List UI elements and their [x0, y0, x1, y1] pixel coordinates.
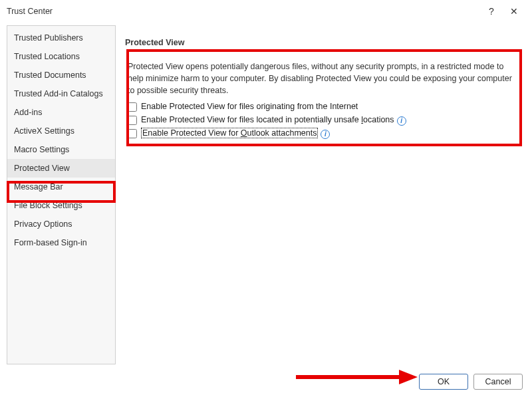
help-button[interactable]: ?: [480, 2, 503, 21]
info-icon[interactable]: i: [397, 116, 406, 126]
protected-view-panel: Protected View opens potentially dangero…: [125, 55, 525, 148]
sidebar-item-message-bar[interactable]: Message Bar: [7, 178, 115, 196]
panel-description: Protected View opens potentially dangero…: [128, 61, 516, 96]
sidebar-item-macro-settings[interactable]: Macro Settings: [7, 140, 115, 159]
help-icon: ?: [489, 6, 494, 17]
page-title: Protected View: [125, 25, 525, 47]
button-label: OK: [438, 377, 450, 386]
window-title: Trust Center: [7, 7, 480, 16]
checkbox-row-outlook-attachments[interactable]: Enable Protected View for Outlook attach…: [128, 128, 519, 138]
sidebar-item-trusted-documents[interactable]: Trusted Documents: [7, 66, 115, 84]
sidebar-item-protected-view[interactable]: Protected View: [7, 159, 115, 178]
info-icon[interactable]: i: [321, 130, 330, 139]
sidebar-item-label: Protected View: [14, 164, 70, 173]
close-icon: ✕: [510, 6, 518, 17]
sidebar-item-file-block-settings[interactable]: File Block Settings: [7, 196, 115, 215]
sidebar-item-label: Trusted Publishers: [14, 33, 83, 43]
checkbox-internet[interactable]: [128, 102, 137, 112]
sidebar-item-label: Form-based Sign-in: [14, 238, 87, 247]
sidebar: Trusted Publishers Trusted Locations Tru…: [7, 25, 116, 364]
checkbox-row-internet[interactable]: Enable Protected View for files originat…: [128, 102, 519, 112]
checkbox-outlook-attachments[interactable]: [128, 129, 137, 138]
sidebar-item-label: Trusted Add-in Catalogs: [14, 89, 103, 98]
sidebar-item-label: Trusted Locations: [14, 52, 80, 61]
sidebar-item-trusted-publishers[interactable]: Trusted Publishers: [7, 29, 115, 47]
sidebar-item-activex-settings[interactable]: ActiveX Settings: [7, 122, 115, 140]
checkbox-row-unsafe-locations[interactable]: Enable Protected View for files located …: [128, 115, 519, 125]
sidebar-item-label: Trusted Documents: [14, 70, 86, 80]
sidebar-item-privacy-options[interactable]: Privacy Options: [7, 215, 115, 233]
sidebar-item-label: Privacy Options: [14, 219, 72, 229]
sidebar-item-label: Message Bar: [14, 182, 63, 192]
sidebar-item-trusted-locations[interactable]: Trusted Locations: [7, 47, 115, 66]
sidebar-item-addins[interactable]: Add-ins: [7, 103, 115, 122]
checkbox-label: Enable Protected View for files located …: [141, 115, 394, 124]
checkbox-label: Enable Protected View for Outlook attach…: [141, 128, 318, 138]
sidebar-item-label: File Block Settings: [14, 201, 82, 210]
sidebar-item-label: Add-ins: [14, 108, 42, 117]
sidebar-item-trusted-addin-catalogs[interactable]: Trusted Add-in Catalogs: [7, 84, 115, 103]
button-label: Cancel: [485, 377, 511, 386]
sidebar-item-label: ActiveX Settings: [14, 126, 74, 136]
close-button[interactable]: ✕: [503, 2, 525, 21]
ok-button[interactable]: OK: [419, 374, 468, 390]
checkbox-unsafe-locations[interactable]: [128, 116, 137, 125]
cancel-button[interactable]: Cancel: [473, 374, 523, 390]
sidebar-item-form-based-signin[interactable]: Form-based Sign-in: [7, 233, 115, 252]
sidebar-item-label: Macro Settings: [14, 145, 69, 154]
checkbox-label: Enable Protected View for files originat…: [141, 102, 358, 111]
